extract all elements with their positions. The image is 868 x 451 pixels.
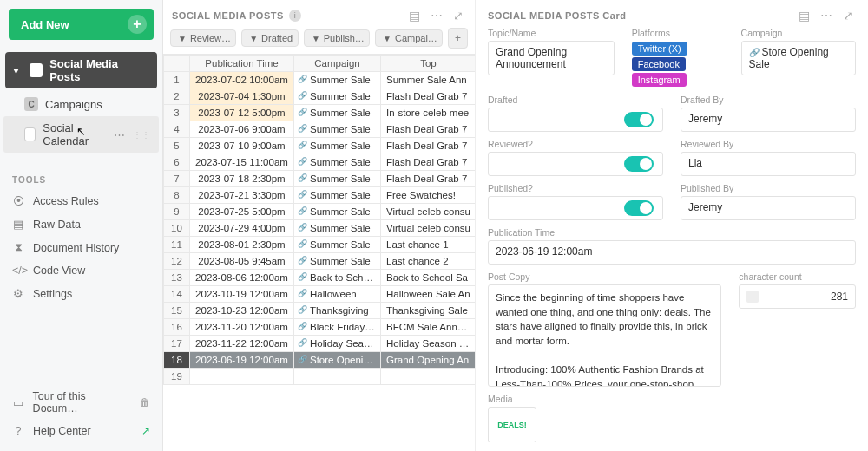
nav-sub-social-calendar[interactable]: Social Calendar ⋯ ⋮⋮ ↖ <box>3 116 159 153</box>
field-post-copy[interactable]: Since the beginning of time shoppers hav… <box>488 284 721 387</box>
cell-topic[interactable]: Summer Sale Ann <box>381 72 476 88</box>
cell-rownum[interactable]: 9 <box>164 204 190 220</box>
tool-access-rules[interactable]: ⦿Access Rules <box>0 190 162 212</box>
cell-campaign[interactable]: Holiday Season <box>294 336 381 352</box>
info-icon[interactable]: i <box>289 10 301 22</box>
cell-topic[interactable]: BFCM Sale Announ <box>381 319 476 336</box>
toggle-reviewed[interactable] <box>488 152 663 176</box>
add-filter-button[interactable]: + <box>448 28 468 49</box>
cell-publication-time[interactable]: 2023-08-05 9:45am <box>190 253 294 270</box>
cell-campaign[interactable]: Summer Sale <box>294 220 381 237</box>
cell-rownum[interactable]: 15 <box>164 303 190 319</box>
col-rownum[interactable] <box>164 56 190 72</box>
cell-campaign[interactable]: Back to School <box>294 270 381 286</box>
table-row[interactable]: 132023-08-06 12:00amBack to SchoolBack t… <box>164 270 476 286</box>
drag-handle-icon[interactable]: ⋮⋮ <box>133 130 150 140</box>
cell-publication-time[interactable]: 2023-07-06 9:00am <box>190 121 294 138</box>
table-row[interactable]: 32023-07-12 5:00pmSummer SaleIn-store ce… <box>164 105 476 121</box>
cell-campaign[interactable]: Summer Sale <box>294 171 381 187</box>
filter-icon[interactable]: ▤ <box>796 9 812 23</box>
cell-topic[interactable]: Last chance 1 <box>381 237 476 253</box>
cell-campaign[interactable]: Summer Sale <box>294 237 381 253</box>
cell-rownum[interactable]: 10 <box>164 220 190 237</box>
toggle-drafted[interactable] <box>488 108 663 132</box>
media-thumbnail[interactable]: DEALS! <box>488 407 536 442</box>
cell-campaign[interactable]: Summer Sale <box>294 105 381 121</box>
cell-topic[interactable]: Virtual celeb consu <box>381 220 476 237</box>
cell-publication-time[interactable]: 2023-07-21 3:30pm <box>190 187 294 204</box>
cell-topic[interactable]: Halloween Sale An <box>381 286 476 303</box>
cell-topic[interactable]: Flash Deal Grab 7 <box>381 154 476 171</box>
col-topic[interactable]: Top <box>381 56 476 72</box>
cell-publication-time[interactable]: 2023-11-20 12:00am <box>190 319 294 336</box>
cell-topic[interactable]: Holiday Season Sa <box>381 336 476 352</box>
cell-campaign[interactable]: Thanksgiving <box>294 303 381 319</box>
cell-topic[interactable]: In-store celeb mee <box>381 105 476 121</box>
table-row[interactable]: 172023-11-22 12:00amHoliday SeasonHolida… <box>164 336 476 352</box>
cell-topic[interactable]: Flash Deal Grab 7 <box>381 88 476 105</box>
table-row[interactable]: 102023-07-29 4:00pmSummer SaleVirtual ce… <box>164 220 476 237</box>
cell-rownum[interactable]: 3 <box>164 105 190 121</box>
field-platforms[interactable]: Twitter (X) Facebook Instagram <box>632 41 724 88</box>
table-row[interactable]: 12023-07-02 10:00amSummer SaleSummer Sal… <box>164 72 476 88</box>
cell-publication-time[interactable]: 2023-07-10 9:00am <box>190 138 294 154</box>
cell-rownum[interactable]: 8 <box>164 187 190 204</box>
field-campaign[interactable]: Store Opening Sale <box>741 41 856 75</box>
field-topic[interactable]: Grand Opening Announcement <box>488 41 615 75</box>
cell-topic[interactable] <box>381 369 476 385</box>
cell-publication-time[interactable]: 2023-08-01 2:30pm <box>190 237 294 253</box>
cell-rownum[interactable]: 4 <box>164 121 190 138</box>
cell-campaign[interactable]: Halloween <box>294 286 381 303</box>
table-row[interactable]: 142023-10-19 12:00amHalloweenHalloween S… <box>164 286 476 303</box>
table-row[interactable]: 92023-07-25 5:00pmSummer SaleVirtual cel… <box>164 204 476 220</box>
cell-campaign[interactable]: Summer Sale <box>294 154 381 171</box>
cell-rownum[interactable]: 1 <box>164 72 190 88</box>
cell-publication-time[interactable]: 2023-07-18 2:30pm <box>190 171 294 187</box>
table-row[interactable]: 52023-07-10 9:00amSummer SaleFlash Deal … <box>164 138 476 154</box>
cell-rownum[interactable]: 14 <box>164 286 190 303</box>
tool-settings[interactable]: ⚙Settings <box>0 282 162 305</box>
cell-publication-time[interactable]: 2023-07-29 4:00pm <box>190 220 294 237</box>
col-publication-time[interactable]: Publication Time <box>190 56 294 72</box>
cell-publication-time[interactable]: 2023-07-15 11:00am <box>190 154 294 171</box>
cell-rownum[interactable]: 2 <box>164 88 190 105</box>
cell-topic[interactable]: Flash Deal Grab 7 <box>381 171 476 187</box>
cell-campaign[interactable]: Store Opening… <box>294 352 381 369</box>
cell-topic[interactable]: Back to School Sa <box>381 270 476 286</box>
grid-table[interactable]: Publication Time Campaign Top 12023-07-0… <box>163 55 475 385</box>
tag-instagram[interactable]: Instagram <box>632 73 687 87</box>
table-row[interactable]: 19 <box>164 369 476 385</box>
field-drafted-by[interactable]: Jeremy <box>681 108 856 132</box>
expand-icon[interactable]: ⤢ <box>840 9 856 23</box>
tag-twitter[interactable]: Twitter (X) <box>632 42 687 56</box>
table-row[interactable]: 82023-07-21 3:30pmSummer SaleFree Swatch… <box>164 187 476 204</box>
table-row[interactable]: 62023-07-15 11:00amSummer SaleFlash Deal… <box>164 154 476 171</box>
tool-code-view[interactable]: </>Code View <box>0 259 162 282</box>
cell-rownum[interactable]: 12 <box>164 253 190 270</box>
filter-icon[interactable]: ▤ <box>406 9 423 23</box>
trash-icon[interactable]: 🗑 <box>140 396 150 409</box>
cell-topic[interactable]: Virtual celeb consu <box>381 204 476 220</box>
cell-rownum[interactable]: 17 <box>164 336 190 352</box>
cell-publication-time[interactable]: 2023-07-12 5:00pm <box>190 105 294 121</box>
cell-topic[interactable]: Free Swatches! <box>381 187 476 204</box>
tool-raw-data[interactable]: ▤Raw Data <box>0 212 162 236</box>
tool-help-center[interactable]: ?Help Center↗ <box>0 420 162 442</box>
cell-campaign[interactable] <box>294 369 381 385</box>
filter-drafted[interactable]: ▼Drafted <box>241 29 299 47</box>
cell-topic[interactable]: Grand Opening An <box>381 352 476 369</box>
cell-publication-time[interactable] <box>190 369 294 385</box>
cell-rownum[interactable]: 7 <box>164 171 190 187</box>
cell-campaign[interactable]: Black Friday/C… <box>294 319 381 336</box>
cell-topic[interactable]: Flash Deal Grab 7 <box>381 138 476 154</box>
more-icon[interactable]: ⋯ <box>114 128 126 141</box>
cell-campaign[interactable]: Summer Sale <box>294 138 381 154</box>
field-published-by[interactable]: Jeremy <box>681 196 856 220</box>
tool-document-history[interactable]: ⧗Document History <box>0 236 162 259</box>
cell-campaign[interactable]: Summer Sale <box>294 88 381 105</box>
cell-rownum[interactable]: 16 <box>164 319 190 336</box>
nav-root-social-media-posts[interactable]: ▾ Social Media Posts <box>5 52 157 88</box>
table-row[interactable]: 122023-08-05 9:45amSummer SaleLast chanc… <box>164 253 476 270</box>
cell-publication-time[interactable]: 2023-07-04 1:30pm <box>190 88 294 105</box>
more-icon[interactable]: ⋯ <box>818 9 835 23</box>
